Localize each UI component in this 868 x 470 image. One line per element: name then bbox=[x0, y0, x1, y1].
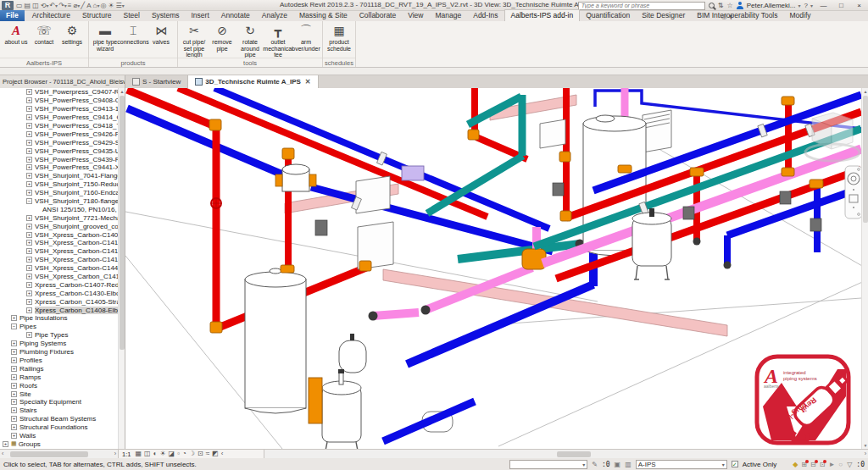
ribbon-tab-view[interactable]: View bbox=[402, 10, 429, 21]
scroll-left-icon[interactable]: ‹ bbox=[2, 450, 3, 458]
signed-in-user[interactable]: Peter.Allemeki... bbox=[747, 2, 796, 9]
design-options-select[interactable]: ▾ bbox=[509, 460, 587, 469]
editable-only-icon[interactable]: ▥ bbox=[625, 461, 632, 468]
ribbon-tab-modify[interactable]: Modify bbox=[784, 10, 817, 21]
expand-icon[interactable]: + bbox=[26, 257, 32, 263]
outlet-button[interactable]: ┳outletmechanical tee bbox=[264, 23, 292, 53]
expand-icon[interactable]: + bbox=[26, 89, 32, 95]
favorites-star-icon[interactable]: ☆ bbox=[727, 2, 733, 9]
dropdown-caret-icon[interactable]: ▾ bbox=[122, 3, 125, 8]
tree-item[interactable]: +Site bbox=[0, 390, 119, 398]
tree-item[interactable]: +VSH_Shurjoint_grooved_coupling bbox=[0, 222, 119, 230]
editing-requests-icon[interactable]: ✎ bbox=[592, 461, 598, 468]
tree-item[interactable]: +VSH_PowerPress_C9426-Flange_ad bbox=[0, 130, 119, 138]
tree-item[interactable]: +VSH_Shurjoint_7150-Reducer bbox=[0, 180, 119, 189]
tree-item[interactable]: −Pipes bbox=[0, 323, 119, 331]
shadows-icon[interactable]: ☀ bbox=[159, 450, 165, 458]
scroll-right-icon[interactable]: › bbox=[114, 450, 116, 458]
tree-item[interactable]: +VSH_Shurjoint_7041-Flange adapte bbox=[0, 172, 119, 180]
ribbon-tab-massing-site[interactable]: Massing & Site bbox=[293, 10, 353, 21]
expand-icon[interactable]: + bbox=[26, 307, 32, 313]
contact-button[interactable]: ☏contact bbox=[31, 23, 58, 53]
expand-icon[interactable]: + bbox=[11, 366, 17, 372]
3d-viewport-canvas[interactable] bbox=[125, 88, 861, 449]
worksharing-display-icon[interactable]: ≈ bbox=[206, 450, 209, 458]
expand-icon[interactable]: + bbox=[26, 248, 32, 254]
expand-icon[interactable]: + bbox=[26, 265, 32, 271]
save-icon[interactable]: ◫ bbox=[31, 2, 40, 9]
tree-item[interactable]: +Structural Beam Systems bbox=[0, 415, 119, 423]
tree-item[interactable]: +Ramps bbox=[0, 373, 119, 381]
tree-item[interactable]: +Profiles bbox=[0, 357, 119, 365]
filter-icon[interactable]: ▽ bbox=[847, 461, 852, 468]
ribbon-tab-site-designer[interactable]: Site Designer bbox=[636, 10, 691, 21]
tree-item[interactable]: +VSH_Xpress_Carbon-C1411-Elbow_ bbox=[0, 239, 119, 247]
ribbon-tab-bim-interoperability-tools[interactable]: BIM Interoperability Tools bbox=[691, 10, 783, 21]
connections-button[interactable]: ⌶connections bbox=[120, 23, 147, 53]
crop-region-icon[interactable]: ◔ bbox=[182, 450, 186, 458]
tree-item[interactable]: +Specialty Equipment bbox=[0, 398, 119, 406]
crop-view-icon[interactable]: ▫ bbox=[177, 450, 180, 458]
ribbon-tab-add-ins[interactable]: Add-Ins bbox=[467, 10, 504, 21]
constraints-icon[interactable]: ‹ bbox=[221, 450, 224, 458]
scrollbar-thumb[interactable] bbox=[120, 96, 125, 350]
ribbon-display-toggle[interactable]: ◎ ▾ bbox=[721, 13, 732, 20]
scroll-down-icon[interactable]: ▼ bbox=[862, 442, 868, 449]
expand-icon[interactable]: + bbox=[3, 441, 8, 447]
product-button[interactable]: ▦productschedule bbox=[326, 23, 353, 53]
ribbon-tab-insert[interactable]: Insert bbox=[185, 10, 214, 21]
select-underlay-icon[interactable]: ⊟ bbox=[810, 461, 816, 468]
tree-item[interactable]: +VSH_PowerPress_C9413-12-45_Elb bbox=[0, 105, 119, 113]
tree-item[interactable]: +Structural Foundations bbox=[0, 423, 119, 432]
tree-item[interactable]: +VSH_PowerPress_C9435-Union-Pxf bbox=[0, 147, 119, 155]
ribbon-tab-manage[interactable]: Manage bbox=[430, 10, 468, 21]
detail-level-icon[interactable]: ▦ bbox=[135, 450, 142, 458]
search-input[interactable] bbox=[578, 2, 705, 10]
print-icon[interactable]: ≡ bbox=[67, 2, 73, 9]
view-tab-s-startview[interactable]: S - Startview bbox=[125, 75, 188, 88]
expand-icon[interactable]: + bbox=[26, 164, 32, 170]
project-browser-header[interactable]: Project Browser - 701118_DC_Ahold_Bleisw… bbox=[0, 75, 125, 88]
ribbon-tab-annotate[interactable]: Annotate bbox=[215, 10, 256, 21]
switch-windows-icon[interactable]: ▭ bbox=[15, 2, 24, 9]
exchange-icon[interactable]: ⇅ bbox=[718, 2, 724, 9]
tree-item[interactable]: +Xpress_Carbon-C1430-Elbow-PxR_ bbox=[0, 289, 119, 297]
ribbon-tab-steel[interactable]: Steel bbox=[118, 10, 146, 21]
sun-icon[interactable]: ☀ bbox=[107, 2, 114, 9]
expand-icon[interactable]: + bbox=[26, 299, 32, 305]
tree-item[interactable]: +VSH_Xpress_Carbon_C1413-Elbow_ bbox=[0, 273, 119, 281]
expand-icon[interactable]: + bbox=[11, 416, 17, 422]
tree-item[interactable]: +Walls bbox=[0, 432, 119, 440]
tree-item[interactable]: +Piping Systems bbox=[0, 340, 119, 348]
expand-icon[interactable]: + bbox=[26, 114, 32, 120]
expand-icon[interactable]: + bbox=[26, 106, 32, 112]
expand-icon[interactable]: + bbox=[26, 240, 32, 246]
tree-item[interactable]: +VSH_PowerPress_C9439-Reduced_ bbox=[0, 155, 119, 163]
expand-icon[interactable]: + bbox=[11, 349, 17, 355]
tree-item[interactable]: −VSH_Shurjoint_7180-flange adapte bbox=[0, 197, 119, 206]
tree-item[interactable]: +Stairs bbox=[0, 406, 119, 415]
drag-on-selection-icon[interactable]: ○ bbox=[838, 461, 843, 468]
help-icon[interactable]: ? bbox=[804, 2, 808, 9]
tree-item[interactable]: +VSH_Xpress_Carbon-C1407-Reduc bbox=[0, 230, 119, 239]
expand-icon[interactable]: + bbox=[26, 290, 32, 296]
viewport-vertical-scrollbar[interactable]: ▲ ▼ bbox=[861, 88, 868, 449]
expand-icon[interactable]: + bbox=[26, 274, 32, 279]
text-icon[interactable]: A bbox=[86, 2, 92, 9]
tree-item[interactable]: +Xpress_Carbon_C1408-Elbow_PxP bbox=[0, 306, 119, 314]
collapse-icon[interactable]: − bbox=[11, 323, 17, 329]
temp-view-icon[interactable]: ◩ bbox=[212, 450, 219, 458]
expand-icon[interactable]: + bbox=[11, 399, 17, 405]
tree-item[interactable]: +Pipe Types bbox=[0, 331, 119, 340]
expand-icon[interactable]: + bbox=[26, 332, 32, 338]
scroll-right-icon[interactable]: › bbox=[865, 450, 866, 458]
tree-item[interactable]: +Railings bbox=[0, 364, 119, 373]
tree-item[interactable]: +VSH_Powerpress_C9407-Reducer-T bbox=[0, 88, 119, 97]
worksharing-icon[interactable]: ◆ bbox=[793, 461, 798, 468]
select-links-icon[interactable]: ⊞ bbox=[801, 461, 807, 468]
expand-icon[interactable]: + bbox=[26, 97, 32, 103]
tree-item[interactable]: +▦Groups bbox=[0, 440, 119, 448]
expand-icon[interactable]: + bbox=[11, 407, 17, 413]
tree-item[interactable]: +VSH_Xpress_Carbon-C1412-Elbow_ bbox=[0, 247, 119, 256]
sun-path-icon[interactable]: ◐ bbox=[153, 450, 158, 458]
